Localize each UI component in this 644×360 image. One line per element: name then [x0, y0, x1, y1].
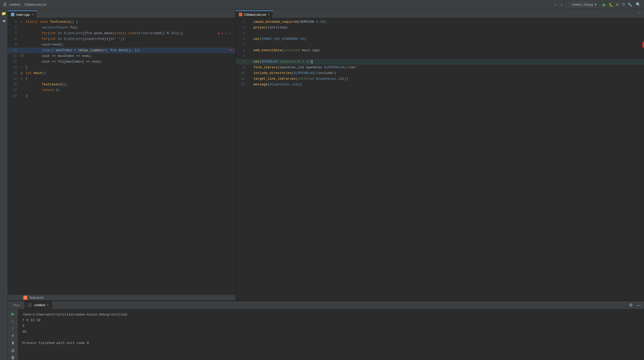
cmake-code-11: target_link_libraries(untitled ${openbla… [252, 76, 644, 82]
line-code-9: cout<<endl; [25, 42, 235, 48]
function-name: TestLevel1 [29, 296, 44, 299]
cmake-code-9: find_library(openblas_lib openblas ${OPE… [252, 65, 644, 70]
error-count: ⊗ 1 [218, 32, 223, 35]
chevron-down-icon: ▼ [594, 3, 597, 6]
console-exit-code: Process finished with exit code 0 [22, 340, 640, 346]
line-num-11: 11 [8, 53, 19, 59]
run-button[interactable]: ▶ [603, 2, 606, 8]
cmake-code-6: add_executable(untitled main.cpp) [252, 48, 644, 53]
bottom-tab-untitled[interactable]: untitled ✕ [24, 301, 53, 309]
cmake-gutter-3 [247, 31, 252, 36]
search-button[interactable]: 🔍 [635, 2, 642, 8]
sidebar-icons: 📁 ◀ [0, 9, 8, 360]
fold-icon-15[interactable]: ▶ [21, 76, 23, 82]
console-output-line-1: 7 9 13 18 [22, 318, 640, 323]
left-code-content[interactable]: ⊗ 1 ∧ ∨ 5 ▶ static void TestLevel1() { [8, 18, 235, 301]
cmake-line-1: 1 cmake_minimum_required(VERSION 3.18) [236, 19, 644, 25]
console-scroll-down-btn[interactable]: ↓ [11, 318, 14, 324]
console-wrap-btn[interactable]: ≡ [11, 333, 14, 339]
cmake-gutter-7 [247, 53, 252, 59]
cmake-line-5: 5 [236, 42, 644, 48]
fold-close-13[interactable]: └ [21, 65, 23, 70]
gutter-15: ▶ [19, 76, 25, 82]
cmake-line-12: 12 message(${openblas_lib}) [236, 82, 644, 87]
breakpoint-11: ⬛ [20, 53, 24, 59]
line-num-6: 6 [8, 25, 19, 31]
debug-button[interactable]: 🐛 [609, 3, 613, 7]
minimize-panel-btn[interactable]: — [636, 302, 642, 308]
error-nav: ⊗ 1 ∧ ∨ [218, 32, 230, 35]
console-scroll-up-btn[interactable]: ↑ [11, 326, 14, 331]
sidebar-toggle-btn[interactable]: ☰ [2, 2, 8, 8]
run-icon-14[interactable]: ▶ [21, 70, 23, 76]
fold-close-18[interactable]: └ [21, 93, 23, 99]
line-code-17: return 0; [25, 87, 235, 93]
top-bar-left: ☰ untitled › CMakeLists.txt [2, 2, 47, 8]
line-num-15: 15 [8, 76, 19, 82]
coverage-button[interactable]: ⟳ [616, 3, 619, 7]
analyze-button[interactable]: 🔧 [628, 3, 632, 7]
console-clear-btn[interactable]: 🗑 [10, 355, 16, 360]
code-line-17: 17 return 0; [8, 87, 235, 93]
code-line-13: 13 └ } [8, 65, 235, 70]
gutter-7 [19, 31, 25, 36]
cmake-line-2: 2 project(untitled) [236, 25, 644, 31]
back-btn[interactable]: ‹ [554, 2, 557, 8]
gutter-18: └ [19, 93, 25, 99]
cmake-line-3: 3 [236, 31, 644, 36]
run-config-btn[interactable]: untitled | Debug ▼ [568, 2, 600, 7]
gutter-9 [19, 42, 25, 48]
cmake-code-5 [252, 42, 644, 48]
code-line-16: 16 TestLevel1(); [8, 82, 235, 87]
run-config-label: untitled | Debug [571, 3, 593, 6]
line-code-5: static void TestLevel1() { [25, 19, 235, 25]
right-code-panel: CMakeLists.txt ✕ ✓ 1 cmake_minimum_requi… [235, 9, 644, 301]
right-code-content[interactable]: 1 cmake_minimum_required(VERSION 3.18) 2… [236, 18, 644, 301]
cmake-num-12: 12 [236, 82, 247, 87]
line-code-15: { [25, 76, 235, 82]
tab-cmakelists[interactable]: CMakeLists.txt ✕ [236, 11, 273, 18]
sidebar-icon-project[interactable]: 📁 [1, 10, 7, 17]
forward-btn[interactable]: › [560, 2, 563, 8]
line-num-16: 16 [8, 82, 19, 87]
console-run-btn[interactable]: ▶ [11, 311, 15, 317]
settings-gear-icon[interactable]: ⚙ [628, 302, 634, 308]
cmake-code-3 [252, 31, 644, 36]
console-sidebar: ▶ ↓ ↑ ≡ ⬇ 🖨 🗑 [8, 309, 18, 360]
tab-main-cpp[interactable]: main.cpp ✕ [8, 11, 37, 18]
console-output: /Users/chen/work/untitled/cmake-build-de… [18, 309, 644, 360]
run-tab-label: Run: [10, 301, 24, 309]
cmake-gutter-1 [247, 19, 252, 25]
console-print-btn[interactable]: 🖨 [10, 348, 16, 353]
code-line-6: 6 vector<float> fv1; [8, 25, 235, 31]
console-save-btn[interactable]: ⬇ [11, 340, 15, 346]
code-line-12: 12 cout << fv1[maxIndex] << endl; [8, 59, 235, 65]
console-blank [22, 335, 640, 340]
cmake-file-icon [239, 13, 242, 16]
tab-close-cmake[interactable]: ✕ [267, 13, 270, 16]
gutter-10 [19, 48, 25, 53]
cmake-num-5: 5 [236, 42, 247, 48]
nav-up-icon[interactable]: ∧ [225, 32, 227, 35]
fold-icon-5[interactable]: ▶ [21, 19, 23, 25]
line-num-7: 7 [8, 31, 19, 36]
tab-cmakelists-label: CMakeLists.txt [244, 13, 266, 17]
console-run-path: /Users/chen/work/untitled/cmake-build-de… [22, 312, 640, 318]
line-code-12: cout << fv1[maxIndex] << endl; [25, 59, 235, 65]
right-tab-bar: CMakeLists.txt ✕ ✓ [236, 9, 644, 18]
code-line-14: 14 ▶ int main() [8, 70, 235, 76]
cmake-num-4: 4 [236, 36, 247, 42]
sidebar-icon-toggle[interactable]: ◀ [1, 18, 7, 24]
tab-close-main-cpp[interactable]: ✕ [31, 13, 34, 16]
cmake-gutter-8 [247, 59, 252, 65]
line-code-16: TestLevel1(); [25, 82, 235, 87]
profile-button[interactable]: ⏱ [621, 3, 625, 7]
line-code-11: cout << maxIndex << endl; [25, 53, 235, 59]
cmake-num-1: 1 [236, 19, 247, 25]
nav-down-icon[interactable]: ∨ [228, 32, 230, 35]
left-tab-bar: main.cpp ✕ [8, 9, 235, 18]
run-tab-icon [28, 303, 32, 307]
run-tab-close[interactable]: ✕ [47, 303, 49, 307]
gutter-14: ▶ [19, 70, 25, 76]
cmake-code-10: include_directories(${OPENBLAS}/include/… [252, 70, 644, 76]
